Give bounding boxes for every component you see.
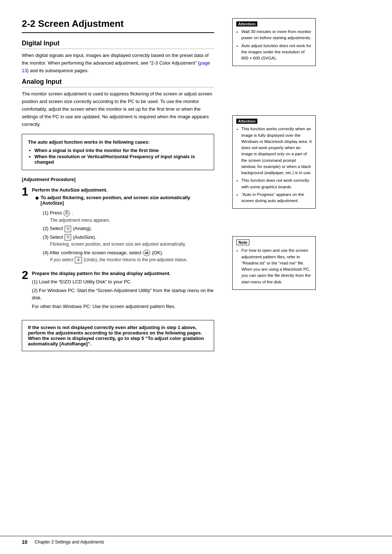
sidebar-attention2-title: Attention [236, 119, 257, 124]
info-box-list: When a signal is input into the monitor … [34, 148, 208, 165]
section1-body: When digital signals are input, images a… [22, 52, 214, 74]
sidebar-note1: Note For how to open and use the screen … [232, 236, 316, 290]
step1-content: Perform the AutoSize adjustment. To adju… [32, 187, 214, 266]
page13-link[interactable]: page 13 [22, 60, 210, 73]
sidebar-attention1: Attention Wait 30 minutes or more from m… [232, 18, 316, 66]
main-content: 2-2 Screen Adjustment Digital Input When… [0, 18, 225, 536]
sidebar-note1-title: Note [236, 239, 249, 245]
substep-1-text-after: . [72, 210, 73, 216]
step2-item-1: (1) Load the “EIZO LCD Utility Disk” to … [32, 278, 214, 286]
section2-title: Analog Input [22, 78, 214, 87]
bullet-dot-icon [36, 197, 38, 200]
substep-item-4: (4) After confirming the screen message,… [36, 249, 214, 263]
sidebar-attention1-item-1: Wait 30 minutes or more from monitor pow… [241, 29, 312, 41]
step2-title: Prepare the display pattern for the anal… [32, 271, 214, 276]
sidebar-attention1-list: Wait 30 minutes or more from monitor pow… [241, 29, 312, 61]
undo-icon: ✗ [75, 257, 82, 263]
warning-box-text: If the screen is not displayed correctly… [28, 325, 204, 346]
section1-title: Digital Input [22, 40, 214, 49]
sidebar-note1-item-1: For how to open and use the screen adjus… [241, 247, 312, 285]
step1: 1 Perform the AutoSize adjustment. To ad… [22, 187, 214, 266]
step2: 2 Prepare the display pattern for the an… [22, 271, 214, 313]
substep-list: (1) Press ☰ . The adjustment menu appear… [36, 209, 214, 263]
substep-3-text-after: (AutoSize). [73, 234, 96, 240]
step2-number: 2 [22, 269, 28, 281]
substep-title: To adjust flickering, screen position, a… [41, 195, 214, 206]
step1-substep: To adjust flickering, screen position, a… [36, 195, 214, 263]
list-item: When a signal is input into the monitor … [34, 148, 208, 153]
step2-item-3: For other than Windows PC: Use the scree… [32, 303, 214, 310]
sidebar-attention2: Attention This function works correctly … [232, 115, 316, 209]
sidebar-attention2-item-3: “Auto in Progress” appears on the screen… [241, 192, 312, 204]
info-box-title: The auto adjust function works in the fo… [28, 139, 208, 146]
autosize-icon: ☷ [65, 234, 71, 241]
substep-4-note: If you select ✗ (Undo), the monitor retu… [50, 257, 188, 262]
substep-4-text-before: After confirming the screen message, sel… [50, 250, 142, 255]
substep-1-text-before: Press [50, 210, 62, 216]
substep-3-text-before: Select [50, 234, 63, 240]
sidebar-attention1-item-2: Auto adjust function does not work for t… [241, 43, 312, 62]
substep-2-num: (2) [43, 226, 50, 231]
info-box: The auto adjust function works in the fo… [22, 134, 214, 170]
chapter-title: 2-2 Screen Adjustment [22, 18, 214, 33]
substep-bullet-row: To adjust flickering, screen position, a… [36, 195, 214, 207]
substep-2-text-before: Select [50, 226, 63, 231]
page-container: 2-2 Screen Adjustment Digital Input When… [0, 0, 392, 554]
list-item: When the resolution or Vertical/Horizont… [34, 154, 208, 165]
sidebar-attention2-item-2: This function does not work correctly wi… [241, 177, 312, 190]
step2-item-2: (2) For Windows PC: Start the “Screen Ad… [32, 287, 214, 301]
ok-icon: ok [143, 250, 150, 256]
sidebar-spacer2 [232, 214, 316, 236]
step1-title: Perform the AutoSize adjustment. [32, 187, 214, 193]
substep-2-text-after: (Analog). [73, 226, 92, 231]
substep-item-1: (1) Press ☰ . The adjustment menu appear… [36, 209, 214, 223]
page-footer: 10 Chapter 2 Settings and Adjustments [0, 536, 392, 545]
substep-1-num: (1) [43, 210, 50, 216]
analog-icon: ☷ [65, 226, 71, 232]
footer-page-number: 10 [22, 539, 28, 545]
substep-1-note: The adjustment menu appears. [50, 218, 110, 223]
substep-3-num: (3) [43, 234, 50, 240]
substep-4-num: (4) [43, 250, 50, 255]
substep-4-text-after: (OK). [152, 250, 163, 255]
warning-box: If the screen is not displayed correctly… [22, 320, 214, 351]
step1-number: 1 [22, 186, 28, 197]
sidebar-attention2-item-1: This function works correctly when an im… [241, 126, 312, 176]
step2-content: Prepare the display pattern for the anal… [32, 271, 214, 313]
sidebar-attention1-title: Attention [236, 21, 257, 26]
substep-item-2: (2) Select ☷ (Analog). [36, 225, 214, 232]
sidebar: Attention Wait 30 minutes or more from m… [225, 18, 327, 536]
footer-chapter-text: Chapter 2 Settings and Adjustments [35, 539, 104, 545]
substep-3-note: Flickering, screen position, and screen … [50, 242, 186, 247]
adjustment-procedure-label: [Adjustment Procedure] [22, 176, 214, 184]
section2-body: The monitor screen adjustment is used to… [22, 90, 214, 128]
sidebar-note1-list: For how to open and use the screen adjus… [241, 247, 312, 285]
substep-item-3: (3) Select ☷ (AutoSize). Flickering, scr… [36, 234, 214, 248]
sidebar-attention2-list: This function works correctly when an im… [241, 126, 312, 204]
sidebar-spacer1 [232, 72, 316, 115]
menu-icon: ☰ [64, 210, 70, 217]
step2-list: (1) Load the “EIZO LCD Utility Disk” to … [32, 278, 214, 311]
